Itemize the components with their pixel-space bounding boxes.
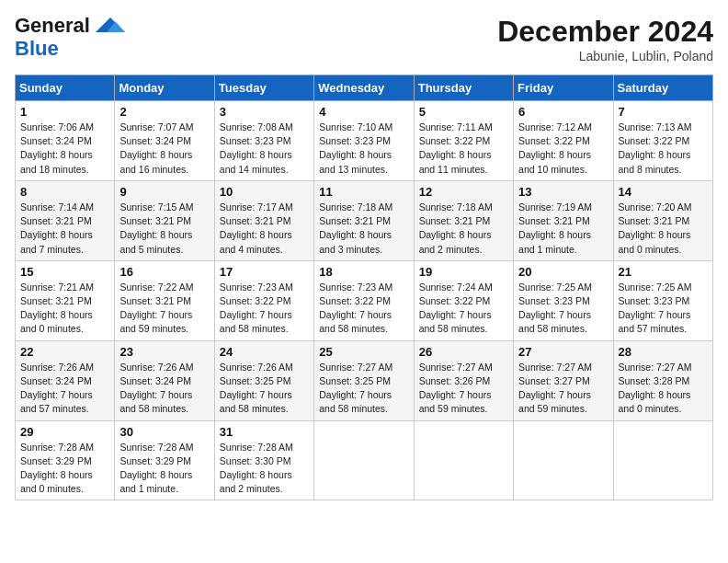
day-info: Sunrise: 7:26 AM Sunset: 3:25 PM Dayligh… (220, 361, 309, 417)
day-info: Sunrise: 7:18 AM Sunset: 3:21 PM Dayligh… (419, 201, 508, 257)
day-number: 10 (220, 185, 309, 199)
day-info: Sunrise: 7:11 AM Sunset: 3:22 PM Dayligh… (419, 121, 508, 177)
day-number: 15 (20, 265, 109, 279)
logo-blue: Blue (15, 37, 59, 61)
day-info: Sunrise: 7:28 AM Sunset: 3:30 PM Dayligh… (220, 441, 309, 497)
day-number: 24 (220, 345, 309, 359)
weekday-header-row: SundayMondayTuesdayWednesdayThursdayFrid… (16, 75, 713, 101)
day-info: Sunrise: 7:20 AM Sunset: 3:21 PM Dayligh… (619, 201, 708, 257)
calendar-cell: 27 Sunrise: 7:27 AM Sunset: 3:27 PM Dayl… (514, 340, 613, 420)
day-number: 12 (419, 185, 508, 199)
calendar-cell: 26 Sunrise: 7:27 AM Sunset: 3:26 PM Dayl… (414, 340, 513, 420)
calendar-cell (613, 420, 712, 500)
calendar-cell: 7 Sunrise: 7:13 AM Sunset: 3:22 PM Dayli… (613, 101, 712, 181)
calendar-cell: 29 Sunrise: 7:28 AM Sunset: 3:29 PM Dayl… (16, 420, 115, 500)
logo-text: General (15, 15, 90, 37)
calendar-week-row: 22 Sunrise: 7:26 AM Sunset: 3:24 PM Dayl… (16, 340, 713, 420)
calendar-cell: 1 Sunrise: 7:06 AM Sunset: 3:24 PM Dayli… (16, 101, 115, 181)
day-number: 31 (220, 425, 309, 439)
day-info: Sunrise: 7:25 AM Sunset: 3:23 PM Dayligh… (518, 281, 608, 337)
calendar-cell: 11 Sunrise: 7:18 AM Sunset: 3:21 PM Dayl… (314, 180, 414, 260)
calendar-cell: 15 Sunrise: 7:21 AM Sunset: 3:21 PM Dayl… (16, 260, 115, 340)
day-number: 4 (319, 105, 408, 119)
day-info: Sunrise: 7:21 AM Sunset: 3:21 PM Dayligh… (20, 281, 109, 337)
day-number: 13 (518, 185, 608, 199)
calendar-week-row: 29 Sunrise: 7:28 AM Sunset: 3:29 PM Dayl… (16, 420, 713, 500)
day-info: Sunrise: 7:25 AM Sunset: 3:23 PM Dayligh… (619, 281, 708, 337)
day-number: 22 (20, 345, 109, 359)
weekday-header: Sunday (16, 75, 115, 101)
weekday-header: Thursday (414, 75, 513, 101)
day-info: Sunrise: 7:22 AM Sunset: 3:21 PM Dayligh… (119, 281, 209, 337)
calendar-cell: 2 Sunrise: 7:07 AM Sunset: 3:24 PM Dayli… (115, 101, 214, 181)
day-info: Sunrise: 7:15 AM Sunset: 3:21 PM Dayligh… (119, 201, 209, 257)
calendar-cell: 31 Sunrise: 7:28 AM Sunset: 3:30 PM Dayl… (214, 420, 313, 500)
day-number: 3 (220, 105, 309, 119)
calendar-cell: 20 Sunrise: 7:25 AM Sunset: 3:23 PM Dayl… (514, 260, 613, 340)
day-info: Sunrise: 7:23 AM Sunset: 3:22 PM Dayligh… (319, 281, 408, 337)
day-number: 5 (419, 105, 508, 119)
day-number: 17 (220, 265, 309, 279)
day-number: 30 (119, 425, 209, 439)
calendar-cell: 14 Sunrise: 7:20 AM Sunset: 3:21 PM Dayl… (613, 180, 712, 260)
calendar-cell: 22 Sunrise: 7:26 AM Sunset: 3:24 PM Dayl… (16, 340, 115, 420)
day-info: Sunrise: 7:17 AM Sunset: 3:21 PM Dayligh… (220, 201, 309, 257)
weekday-header: Saturday (613, 75, 712, 101)
day-number: 21 (619, 265, 708, 279)
day-number: 11 (319, 185, 408, 199)
day-info: Sunrise: 7:27 AM Sunset: 3:28 PM Dayligh… (619, 361, 708, 417)
day-number: 18 (319, 265, 408, 279)
day-number: 2 (119, 105, 209, 119)
calendar-cell: 28 Sunrise: 7:27 AM Sunset: 3:28 PM Dayl… (613, 340, 712, 420)
calendar-cell: 24 Sunrise: 7:26 AM Sunset: 3:25 PM Dayl… (214, 340, 313, 420)
calendar-cell: 16 Sunrise: 7:22 AM Sunset: 3:21 PM Dayl… (115, 260, 214, 340)
calendar-cell: 12 Sunrise: 7:18 AM Sunset: 3:21 PM Dayl… (414, 180, 513, 260)
day-info: Sunrise: 7:10 AM Sunset: 3:23 PM Dayligh… (319, 121, 408, 177)
calendar-cell: 6 Sunrise: 7:12 AM Sunset: 3:22 PM Dayli… (514, 101, 613, 181)
day-info: Sunrise: 7:12 AM Sunset: 3:22 PM Dayligh… (518, 121, 608, 177)
calendar-cell: 25 Sunrise: 7:27 AM Sunset: 3:25 PM Dayl… (314, 340, 414, 420)
day-number: 8 (20, 185, 109, 199)
day-info: Sunrise: 7:23 AM Sunset: 3:22 PM Dayligh… (220, 281, 309, 337)
calendar-cell: 18 Sunrise: 7:23 AM Sunset: 3:22 PM Dayl… (314, 260, 414, 340)
month-title: December 2024 (497, 15, 713, 49)
logo: General Blue (15, 15, 127, 61)
day-number: 23 (119, 345, 209, 359)
calendar-cell (314, 420, 414, 500)
weekday-header: Friday (514, 75, 613, 101)
day-number: 26 (419, 345, 508, 359)
day-info: Sunrise: 7:07 AM Sunset: 3:24 PM Dayligh… (119, 121, 209, 177)
day-info: Sunrise: 7:14 AM Sunset: 3:21 PM Dayligh… (20, 201, 109, 257)
location: Labunie, Lublin, Poland (497, 49, 713, 63)
calendar-cell: 4 Sunrise: 7:10 AM Sunset: 3:23 PM Dayli… (314, 101, 414, 181)
logo-general: General (15, 14, 90, 37)
day-info: Sunrise: 7:18 AM Sunset: 3:21 PM Dayligh… (319, 201, 408, 257)
day-number: 16 (119, 265, 209, 279)
day-info: Sunrise: 7:13 AM Sunset: 3:22 PM Dayligh… (619, 121, 708, 177)
day-info: Sunrise: 7:26 AM Sunset: 3:24 PM Dayligh… (20, 361, 109, 417)
calendar-cell: 21 Sunrise: 7:25 AM Sunset: 3:23 PM Dayl… (613, 260, 712, 340)
page-header: General Blue December 2024 Labunie, Lubl… (15, 15, 713, 63)
calendar-cell: 19 Sunrise: 7:24 AM Sunset: 3:22 PM Dayl… (414, 260, 513, 340)
day-info: Sunrise: 7:08 AM Sunset: 3:23 PM Dayligh… (220, 121, 309, 177)
day-info: Sunrise: 7:26 AM Sunset: 3:24 PM Dayligh… (119, 361, 209, 417)
calendar-table: SundayMondayTuesdayWednesdayThursdayFrid… (15, 75, 713, 500)
day-info: Sunrise: 7:24 AM Sunset: 3:22 PM Dayligh… (419, 281, 508, 337)
day-info: Sunrise: 7:27 AM Sunset: 3:27 PM Dayligh… (518, 361, 608, 417)
day-number: 28 (619, 345, 708, 359)
calendar-cell: 5 Sunrise: 7:11 AM Sunset: 3:22 PM Dayli… (414, 101, 513, 181)
day-info: Sunrise: 7:28 AM Sunset: 3:29 PM Dayligh… (20, 441, 109, 497)
day-number: 14 (619, 185, 708, 199)
calendar-cell: 17 Sunrise: 7:23 AM Sunset: 3:22 PM Dayl… (214, 260, 313, 340)
weekday-header: Monday (115, 75, 214, 101)
title-area: December 2024 Labunie, Lublin, Poland (497, 15, 713, 63)
calendar-cell: 8 Sunrise: 7:14 AM Sunset: 3:21 PM Dayli… (16, 180, 115, 260)
day-number: 29 (20, 425, 109, 439)
day-number: 7 (619, 105, 708, 119)
calendar-cell: 30 Sunrise: 7:28 AM Sunset: 3:29 PM Dayl… (115, 420, 214, 500)
day-number: 1 (20, 105, 109, 119)
day-number: 20 (518, 265, 608, 279)
calendar-cell: 9 Sunrise: 7:15 AM Sunset: 3:21 PM Dayli… (115, 180, 214, 260)
calendar-cell (414, 420, 513, 500)
day-number: 6 (518, 105, 608, 119)
